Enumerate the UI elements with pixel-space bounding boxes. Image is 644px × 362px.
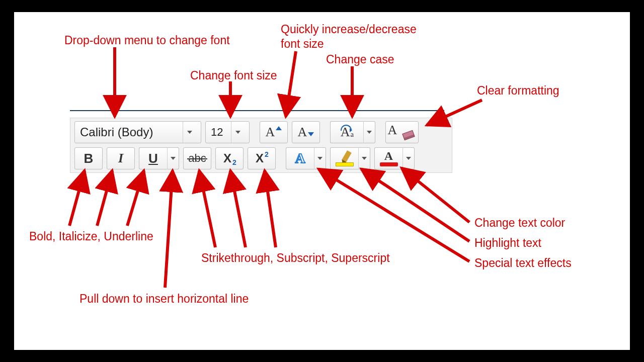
subscript-index-icon: 2 (232, 158, 236, 166)
grow-font-button[interactable]: A (260, 121, 288, 143)
section-divider (70, 110, 444, 111)
triangle-down-icon (308, 132, 314, 136)
callout-sss: Strikethrough, Subscript, Superscript (201, 251, 390, 265)
strikethrough-icon: abc (188, 153, 206, 164)
callout-grow-shrink: Quickly increase/decrease font size (281, 22, 417, 51)
superscript-index-icon: 2 (265, 150, 269, 158)
callout-clear-formatting: Clear formatting (477, 83, 559, 98)
font-size-value: 12 (211, 126, 228, 139)
text-effects-button[interactable]: A (286, 147, 326, 169)
text-effects-caret[interactable] (314, 147, 326, 169)
font-color-swatch (380, 162, 398, 166)
change-case-caret[interactable] (363, 121, 375, 143)
highlighter-icon (342, 150, 352, 162)
chevron-down-icon (367, 131, 372, 134)
chevron-down-icon (362, 157, 367, 160)
chevron-down-icon (317, 157, 323, 160)
shrink-font-icon: A (298, 126, 307, 139)
change-case-main[interactable]: A a (330, 121, 363, 143)
svg-line-14 (318, 169, 469, 261)
superscript-base-icon: X (256, 152, 264, 164)
subscript-button[interactable]: X 2 (215, 147, 244, 169)
letter-icon: A (388, 124, 397, 137)
underline-button[interactable]: U (139, 147, 179, 169)
chevron-down-icon (231, 122, 244, 143)
underline-main[interactable]: U (139, 147, 167, 169)
subscript-base-icon: X (223, 152, 231, 164)
font-color-button[interactable]: A (374, 147, 415, 169)
callout-horizontal-line: Pull down to insert horizontal line (79, 292, 249, 306)
svg-line-6 (97, 170, 112, 226)
svg-line-11 (265, 170, 276, 247)
font-color-main[interactable]: A (374, 147, 403, 169)
text-effects-main[interactable]: A (286, 147, 314, 169)
superscript-button[interactable]: X 2 (248, 147, 276, 169)
svg-line-13 (361, 169, 469, 241)
italic-icon: I (118, 152, 123, 165)
chevron-down-icon (406, 157, 411, 160)
callout-highlight: Highlight text (474, 236, 541, 250)
toolbar-row-1: Calibri (Body) 12 A A A a (74, 121, 448, 143)
shrink-font-button[interactable]: A (292, 121, 320, 143)
svg-line-12 (401, 168, 469, 222)
highlight-button[interactable] (330, 147, 370, 169)
clear-formatting-button[interactable]: A (385, 121, 419, 143)
callout-font-size: Change font size (190, 68, 277, 83)
highlight-swatch (336, 162, 354, 166)
svg-line-2 (286, 51, 296, 117)
callout-text-color: Change text color (474, 216, 565, 230)
chevron-down-icon (183, 122, 196, 143)
highlight-caret[interactable] (358, 147, 370, 169)
eraser-icon (403, 130, 415, 141)
callout-change-case: Change case (326, 52, 394, 67)
letter-small-icon: a (351, 131, 354, 138)
svg-line-5 (69, 170, 85, 226)
font-color-caret[interactable] (403, 147, 415, 169)
text-effects-icon: A (295, 151, 305, 165)
callout-effects: Special text effects (474, 256, 572, 270)
font-color-icon: A (384, 150, 393, 162)
font-name-dropdown[interactable]: Calibri (Body) (74, 121, 201, 143)
toolbar-row-2: B I U abc X 2 X 2 (74, 147, 448, 169)
svg-line-9 (199, 170, 215, 247)
highlight-main[interactable] (330, 147, 358, 169)
underline-caret[interactable] (167, 147, 179, 169)
svg-line-8 (165, 170, 173, 288)
chevron-down-icon (171, 157, 176, 160)
strikethrough-button[interactable]: abc (183, 147, 211, 169)
underline-icon: U (148, 152, 158, 165)
callout-biu: Bold, Italicize, Underline (29, 229, 153, 244)
bold-button[interactable]: B (74, 147, 103, 169)
callout-grow-shrink-line2: font size (281, 37, 324, 50)
grow-font-icon: A (266, 126, 275, 139)
callout-font-menu: Drop-down menu to change font (64, 33, 230, 48)
svg-line-10 (230, 170, 246, 247)
svg-line-7 (127, 170, 144, 226)
triangle-up-icon (276, 126, 282, 130)
change-case-button[interactable]: A a (330, 121, 375, 143)
font-name-value: Calibri (Body) (80, 125, 180, 139)
italic-button[interactable]: I (107, 147, 135, 169)
font-size-dropdown[interactable]: 12 (205, 121, 250, 143)
callout-grow-shrink-line1: Quickly increase/decrease (281, 23, 417, 36)
bold-icon: B (84, 152, 94, 165)
font-toolbar: Calibri (Body) 12 A A A a (70, 118, 452, 173)
